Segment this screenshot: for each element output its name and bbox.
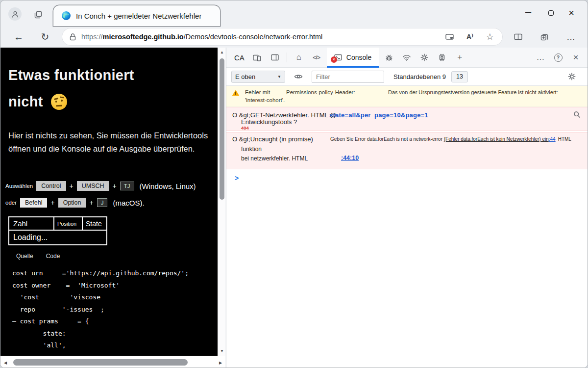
vertical-scroll-thumb[interactable]: [220, 58, 224, 200]
console-settings-button[interactable]: [563, 68, 581, 85]
scroll-up-icon[interactable]: ▲: [218, 50, 226, 54]
tab-title: In Conch + gemeldeter Netzwerkfehler: [76, 12, 201, 20]
page-heading-word: nicht: [8, 94, 43, 109]
devtools-close-button[interactable]: ×: [567, 49, 585, 66]
device-toolbar-icon: [253, 54, 261, 61]
favorites-star-button[interactable]: ☆: [486, 31, 494, 42]
console-tab[interactable]: × Console: [327, 48, 379, 68]
welcome-tab[interactable]: ⌂: [290, 49, 308, 66]
lock-icon[interactable]: [70, 33, 76, 41]
kbd-tj: TJ: [120, 182, 134, 190]
issues-count-badge[interactable]: 13: [451, 71, 468, 82]
table-header-zahl: Zahl: [9, 217, 54, 230]
http-status-badge: 404: [241, 125, 249, 131]
browser-tab[interactable]: In Conch + gemeldeter Netzwerkfehler: [53, 5, 220, 26]
scroll-left-icon[interactable]: ◀: [3, 361, 8, 365]
source-link-4410[interactable]: :44:10: [341, 155, 359, 161]
error-text: funktion: [241, 146, 262, 153]
url-text: https://microsoftedge.github.io/Demos/de…: [81, 33, 440, 41]
performance-button[interactable]: [416, 49, 433, 66]
send-to-devices-icon[interactable]: [445, 33, 454, 40]
edge-logo-icon: [61, 11, 71, 21]
close-icon: ×: [573, 52, 578, 63]
shortcut-prefix: Auswählen: [5, 183, 33, 189]
dock-side-button[interactable]: [266, 49, 284, 66]
table-header-state: State: [82, 217, 107, 230]
devtools-help-button[interactable]: ?: [549, 49, 567, 66]
console-prompt[interactable]: >: [226, 169, 588, 182]
shortcut-suffix: (Windows, Linux): [140, 182, 196, 190]
console-error-promise: O &gt;Uncaught (in promise) Geben Sie Er…: [226, 132, 588, 169]
more-tabs-button[interactable]: +: [451, 49, 468, 66]
page-heading-line1: Etwas funktioniert: [8, 67, 134, 83]
shortcut-line-windows: Auswählen Control + UMSCH + TJ (Windows,…: [5, 181, 196, 191]
network-error-link[interactable]: state=all&per_page=10&page=1: [329, 111, 428, 119]
console-error-network: O &gt;GET-Netzwerkfehler. HTML @ state=a…: [226, 107, 588, 131]
vertical-scrollbar[interactable]: ▲ ▼: [218, 48, 225, 356]
split-screen-button[interactable]: [510, 28, 526, 45]
context-label: E oben: [235, 73, 255, 80]
code-line: 'cost 'viscose: [12, 291, 189, 304]
console-toolbar: E oben ▼ Standardebenen 9 13: [226, 68, 588, 86]
code-line: state:: [12, 328, 189, 340]
read-aloud-icon: A⁾: [466, 33, 473, 41]
kbd-option: Option: [58, 198, 86, 208]
shortcut-prefix: oder: [5, 200, 17, 206]
memory-button[interactable]: [433, 49, 451, 66]
profile-avatar[interactable]: [8, 7, 22, 21]
browser-window: In Conch + gemeldeter Netzwerkfehler ─ ×…: [0, 0, 588, 368]
collections-button[interactable]: [536, 28, 553, 45]
kbd-umsch: UMSCH: [77, 181, 109, 191]
sources-tab[interactable]: </>: [308, 49, 325, 66]
code-label-quelle: Quelle: [16, 253, 33, 260]
code-block: Quelle Code cost urn ='https://api.githu…: [12, 253, 189, 352]
devtools-activity-label[interactable]: CA: [234, 53, 245, 62]
scroll-down-icon[interactable]: ▼: [218, 349, 226, 353]
url-domain: microsoftedge.github.io: [103, 33, 184, 41]
code-line: 'all',: [12, 340, 189, 352]
console-filter-input[interactable]: [312, 71, 384, 83]
close-button[interactable]: ×: [561, 4, 582, 21]
device-toolbar-button[interactable]: [248, 49, 266, 66]
error-text: O &gt;Uncaught (in promise): [232, 135, 313, 143]
raised-eyebrow-emoji-icon: [51, 94, 67, 110]
issues-bug-button[interactable]: [380, 49, 398, 66]
live-expression-button[interactable]: [290, 68, 307, 85]
devtools-panel: CA ⌂ </> × Console: [226, 48, 588, 368]
error-text: bei netzwerkfehler. HTML: [241, 155, 308, 162]
minimize-icon: ─: [525, 8, 531, 18]
kbd-j: J: [97, 198, 108, 207]
kbd-befehl: Befehl: [20, 198, 47, 208]
console-context-selector[interactable]: E oben ▼: [231, 71, 285, 83]
gear-sun-icon: [420, 53, 428, 61]
prompt-chevron-icon: >: [235, 174, 239, 182]
minimize-button[interactable]: ─: [518, 4, 539, 21]
refresh-button[interactable]: ↻: [37, 28, 53, 45]
wifi-icon: [402, 54, 411, 61]
address-bar[interactable]: https://microsoftedge.github.io/Demos/de…: [62, 28, 503, 46]
shortcut-line-macos: oder Befehl + Option + J (macOS).: [5, 198, 145, 208]
read-aloud-button[interactable]: A⁾: [466, 33, 473, 41]
horizontal-scroll-thumb[interactable]: [13, 359, 188, 366]
warning-icon: [232, 89, 240, 97]
tab-actions-button[interactable]: [31, 8, 46, 21]
console-tab-label: Console: [346, 53, 371, 61]
table-header-position: Position: [54, 217, 82, 230]
scroll-right-icon[interactable]: ▶: [218, 361, 223, 365]
log-levels-selector[interactable]: Standardebenen 9: [393, 73, 446, 80]
devtools-menu-button[interactable]: …: [532, 49, 549, 66]
code-line: – cost prams = {: [12, 315, 189, 328]
network-conditions-button[interactable]: [398, 49, 416, 66]
maximize-button[interactable]: [540, 4, 561, 21]
url-scheme: https://: [81, 33, 103, 41]
horizontal-scrollbar[interactable]: ◀ ▶: [0, 356, 225, 368]
browser-menu-button[interactable]: …: [563, 28, 579, 45]
badge-x-icon: ×: [333, 57, 335, 62]
source-link-44[interactable]: :44: [549, 136, 556, 142]
page-heading-line2: nicht: [8, 94, 67, 110]
dock-side-icon: [271, 54, 279, 61]
back-button[interactable]: ←: [10, 28, 27, 45]
person-icon: [11, 10, 19, 18]
page-paragraph: Hier ist nichts zu sehen, Sie müssen die…: [8, 129, 217, 155]
magnifier-icon[interactable]: [573, 111, 581, 120]
